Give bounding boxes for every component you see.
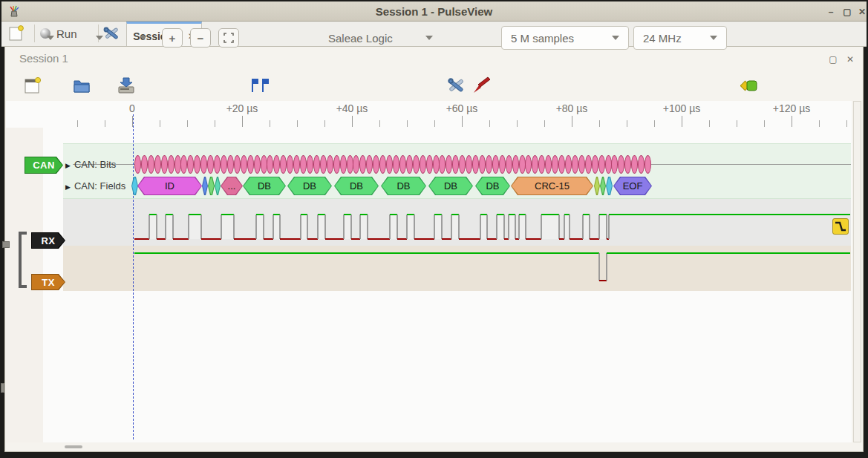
settings-icon	[102, 25, 120, 42]
new-session-button[interactable]	[9, 25, 24, 45]
decoder-tag-can[interactable]: CAN	[25, 157, 63, 174]
device-select[interactable]: Saleae Logic	[319, 26, 442, 50]
can-bit-oval	[413, 155, 420, 174]
open-dropdown-caret[interactable]	[96, 36, 103, 40]
probe-icon	[471, 76, 491, 95]
maximize-button[interactable]: ▢	[841, 6, 854, 18]
can-bit-oval	[386, 155, 393, 174]
decode-field-label: DB	[476, 177, 509, 194]
can-bit-oval	[313, 155, 320, 174]
close-button[interactable]: ✕	[855, 6, 868, 18]
can-bit-oval	[168, 155, 174, 174]
can-bit-oval	[393, 155, 399, 174]
channels-button[interactable]	[471, 74, 492, 96]
ruler-minor-tick	[160, 120, 160, 127]
can-bit-oval	[347, 155, 353, 174]
can-bit-oval	[572, 155, 578, 174]
channel-tag-rx-label: RX	[32, 233, 65, 248]
horizontal-scrollbar-handle[interactable]	[65, 445, 82, 448]
can-bit-oval	[592, 155, 598, 174]
ruler-minor-tick	[434, 120, 435, 127]
can-bit-oval	[141, 155, 148, 174]
can-bit-oval	[512, 155, 519, 174]
zoom-in-button[interactable]: +	[162, 28, 183, 48]
ruler-minor-tick	[297, 120, 298, 127]
zoom-out-button[interactable]: −	[190, 28, 211, 48]
dock-handle[interactable]	[1, 383, 4, 393]
expand-arrow-icon[interactable]: ▶	[65, 183, 71, 191]
expand-arrow-icon[interactable]: ▶	[65, 162, 71, 169]
ruler-label: +40 µs	[336, 102, 368, 114]
open-folder-icon	[73, 77, 91, 94]
row-label-can-fields: CAN: Fields	[74, 180, 125, 192]
ruler-minor-tick	[846, 120, 847, 127]
decoder-row-can-fields[interactable]: ▶CAN: Fields	[65, 180, 125, 192]
can-bit-oval	[174, 155, 181, 174]
open-button[interactable]	[71, 74, 92, 96]
channel-tag-tx[interactable]: TX	[31, 274, 65, 290]
minimize-button[interactable]: –	[824, 6, 838, 18]
ruler-minor-tick	[819, 120, 820, 127]
decoder-row-can-bits[interactable]: ▶CAN: Bits	[65, 159, 116, 170]
new-file-button[interactable]	[22, 74, 43, 96]
ruler-minor-tick	[77, 120, 78, 127]
can-bit-oval	[585, 155, 592, 174]
zoom-fit-button[interactable]	[218, 28, 239, 48]
toolbar-separator	[34, 24, 35, 42]
panel-float-icon[interactable]: ▢	[827, 53, 839, 65]
title-bar[interactable]: Session 1 - PulseView – ▢ ✕	[1, 1, 867, 22]
decode-field-label: ID	[138, 177, 201, 194]
ruler-minor-tick	[764, 120, 765, 127]
decode-field-db: DB	[381, 177, 426, 195]
decode-field-eof: EOF	[613, 177, 652, 195]
session-run-icon	[740, 79, 758, 93]
decode-field-crc15: CRC-15	[511, 177, 593, 195]
wrench-screwdriver-icon	[446, 76, 466, 94]
falling-edge-icon	[833, 219, 848, 234]
can-bit-oval	[300, 155, 307, 174]
panel-close-icon[interactable]: ✕	[844, 53, 856, 65]
pulseview-window: Session 1 - PulseView – ▢ ✕ Run Session …	[0, 0, 868, 458]
decode-field-db: DB	[475, 177, 510, 195]
sample-rate-select[interactable]: 24 MHz	[633, 26, 727, 50]
settings-button[interactable]	[102, 25, 120, 45]
sample-count-select[interactable]: 5 M samples	[501, 26, 629, 50]
ruler-minor-tick	[379, 120, 380, 127]
run-button[interactable]: Run	[40, 24, 94, 43]
vertical-scrollbar[interactable]	[853, 101, 861, 442]
device-select-caret	[425, 36, 433, 40]
dock-handle[interactable]	[2, 241, 10, 248]
ruler-label: +80 µs	[556, 102, 588, 114]
session-run-button[interactable]	[740, 79, 758, 93]
can-bit-oval	[426, 155, 433, 174]
can-bit-oval	[134, 155, 141, 174]
new-file-icon	[25, 76, 41, 94]
can-bit-oval	[261, 155, 267, 174]
can-bit-oval	[333, 155, 340, 174]
can-bit-oval	[499, 155, 506, 174]
can-bit-oval	[247, 155, 254, 174]
time-cursor[interactable]	[133, 114, 134, 439]
trigger-marker[interactable]	[832, 218, 849, 235]
save-button[interactable]	[116, 74, 137, 96]
zoom-in-icon: +	[169, 32, 176, 45]
ruler-label: +120 µs	[773, 102, 811, 114]
configure-device-button[interactable]	[446, 74, 466, 96]
show-flags-button[interactable]	[249, 74, 270, 96]
save-icon	[117, 76, 135, 94]
row-label-can-bits: CAN: Bits	[74, 159, 116, 170]
can-bit-oval	[327, 155, 333, 174]
ruler-label: +60 µs	[446, 102, 478, 114]
new-session-icon	[9, 25, 24, 42]
can-bit-oval	[558, 155, 565, 174]
channel-group-bracket[interactable]	[19, 232, 27, 288]
new-file-dropdown-caret[interactable]	[47, 36, 54, 40]
zoom-fit-icon	[223, 33, 234, 43]
can-bit-oval	[221, 155, 227, 174]
ruler-major-tick	[132, 116, 133, 127]
can-bit-oval	[565, 155, 572, 174]
channel-tag-rx[interactable]: RX	[31, 232, 65, 249]
save-dropdown-caret[interactable]	[140, 36, 147, 40]
can-bit-oval	[578, 155, 585, 174]
can-bit-oval	[506, 155, 512, 174]
